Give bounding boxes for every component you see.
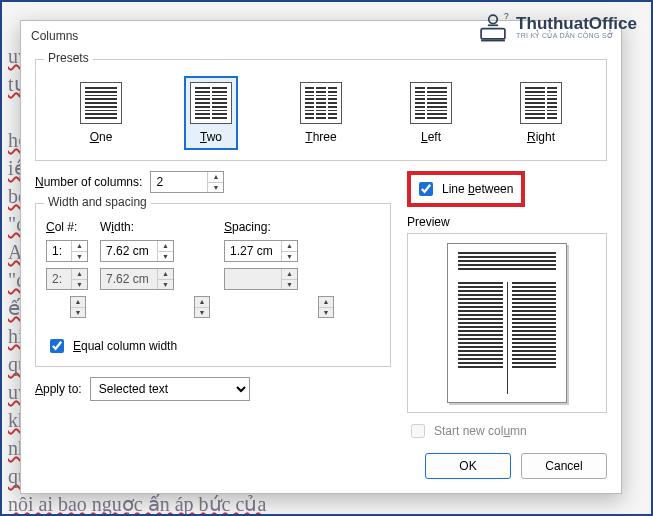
spin-up-icon: ▲ — [195, 297, 209, 308]
number-of-columns-spinner[interactable]: ▲▼ — [150, 171, 224, 193]
spinner-input — [47, 269, 71, 289]
spinner-input — [225, 269, 281, 289]
scroll-spinner: ▲▼ — [70, 296, 86, 318]
spin-up-icon[interactable]: ▲ — [282, 241, 297, 252]
apply-to-label: Apply to: — [35, 382, 82, 396]
preset-label-left: Left — [421, 130, 441, 144]
brand-logo: ? ThuthuatOffice TRI KỶ CỦA DÂN CÔNG SỞ — [476, 10, 637, 44]
brand-title: ThuthuatOffice — [516, 15, 637, 32]
scroll-spinner: ▲▼ — [194, 296, 210, 318]
spin-down-icon: ▼ — [71, 308, 85, 318]
spin-down-icon: ▼ — [195, 308, 209, 318]
line-between-highlight: Line between — [407, 171, 525, 207]
spinner-input — [101, 269, 157, 289]
preview-page-icon — [447, 243, 567, 403]
value-spinner[interactable]: ▲▼ — [46, 240, 88, 262]
width-spacing-group: Width and spacing Col #: Width: Spacing:… — [35, 203, 391, 367]
ok-button[interactable]: OK — [425, 453, 511, 479]
presets-legend: Presets — [44, 51, 93, 65]
spin-up-icon: ▲ — [158, 269, 173, 280]
start-new-column-label: Start new column — [434, 424, 527, 438]
value-spinner-disabled: ▲▼ — [46, 268, 88, 290]
start-new-column-input — [411, 424, 425, 438]
equal-check-input[interactable] — [50, 339, 64, 353]
spin-down-icon: ▼ — [72, 280, 87, 290]
spinner-input[interactable] — [101, 241, 157, 261]
width-header: Width: — [100, 220, 210, 234]
preset-label-right: Right — [527, 130, 555, 144]
preset-label-two: Two — [200, 130, 222, 144]
value-spinner[interactable]: ▲▼ — [224, 240, 298, 262]
spin-up-icon: ▲ — [282, 269, 297, 280]
preset-label-three: Three — [305, 130, 336, 144]
row-col-label: ▲▼ — [46, 240, 86, 262]
spin-up-icon: ▲ — [72, 269, 87, 280]
line-between-input[interactable] — [419, 182, 433, 196]
cancel-button[interactable]: Cancel — [521, 453, 607, 479]
equal-column-width-checkbox[interactable]: Equal column width — [46, 336, 380, 356]
col-header: Col #: — [46, 220, 86, 234]
svg-text:?: ? — [504, 11, 509, 21]
spin-down-icon: ▼ — [282, 280, 297, 290]
spin-up-icon[interactable]: ▲ — [208, 172, 223, 183]
preview-legend: Preview — [407, 215, 450, 229]
preset-three[interactable]: Three — [294, 76, 348, 150]
spin-up-icon: ▲ — [71, 297, 85, 308]
brand-icon: ? — [476, 10, 510, 44]
line-between-label: Line between — [442, 182, 513, 196]
start-new-column-checkbox: Start new column — [407, 421, 607, 441]
columns-dialog: Columns Presets OneTwoThreeLeftRight Num… — [20, 20, 622, 494]
number-of-columns-input[interactable] — [151, 172, 207, 192]
spin-down-icon[interactable]: ▼ — [158, 252, 173, 262]
preset-label-one: One — [90, 130, 113, 144]
row-col-label: ▲▼ — [46, 268, 86, 290]
width-spacing-legend: Width and spacing — [44, 195, 151, 209]
spinner-input[interactable] — [47, 241, 71, 261]
preset-two[interactable]: Two — [184, 76, 238, 150]
spin-up-icon[interactable]: ▲ — [158, 241, 173, 252]
apply-to-select[interactable]: Selected text — [90, 377, 250, 401]
number-of-columns-label: Number of columns: — [35, 175, 142, 189]
spacing-header: Spacing: — [224, 220, 334, 234]
scroll-spinner: ▲▼ — [318, 296, 334, 318]
brand-sub: TRI KỶ CỦA DÂN CÔNG SỞ — [516, 32, 637, 39]
preset-right[interactable]: Right — [514, 76, 568, 150]
preset-left[interactable]: Left — [404, 76, 458, 150]
spin-down-icon[interactable]: ▼ — [208, 183, 223, 193]
presets-group: Presets OneTwoThreeLeftRight — [35, 59, 607, 161]
line-between-checkbox[interactable]: Line between — [415, 179, 513, 199]
spin-down-icon[interactable]: ▼ — [72, 252, 87, 262]
equal-label: Equal column width — [73, 339, 177, 353]
value-spinner[interactable]: ▲▼ — [100, 240, 174, 262]
value-spinner-disabled: ▲▼ — [100, 268, 174, 290]
spin-down-icon[interactable]: ▼ — [282, 252, 297, 262]
preset-one[interactable]: One — [74, 76, 128, 150]
spin-up-icon: ▲ — [319, 297, 333, 308]
spin-down-icon: ▼ — [319, 308, 333, 318]
svg-rect-0 — [481, 29, 505, 39]
spin-down-icon: ▼ — [158, 280, 173, 290]
svg-point-2 — [489, 15, 498, 24]
spinner-input[interactable] — [225, 241, 281, 261]
spin-up-icon[interactable]: ▲ — [72, 241, 87, 252]
preview-box — [407, 233, 607, 413]
value-spinner-disabled: ▲▼ — [224, 268, 298, 290]
